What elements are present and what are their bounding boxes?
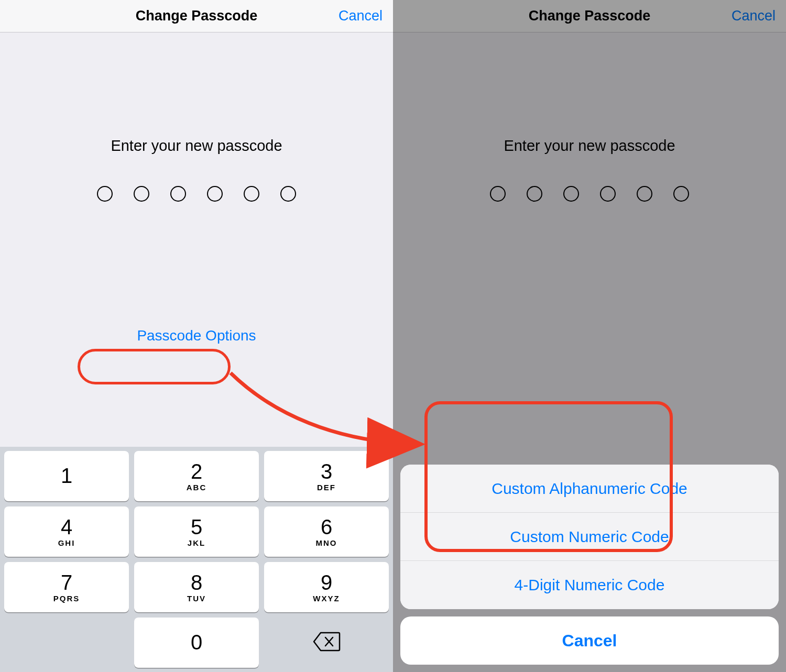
keypad-key-5[interactable]: 5 JKL [134,506,259,557]
key-digit: 1 [61,465,72,486]
keypad-blank [4,618,129,668]
nav-title: Change Passcode [136,8,258,24]
keypad-key-4[interactable]: 4 GHI [4,506,129,557]
key-digit: 2 [191,461,202,482]
key-digit: 9 [321,572,332,593]
passcode-dot [563,186,579,202]
prompt-text: Enter your new passcode [504,137,675,155]
key-letters: JKL [188,538,205,547]
option-custom-numeric[interactable]: Custom Numeric Code [400,513,779,561]
passcode-dot [490,186,506,202]
passcode-dot [244,186,259,202]
key-letters: WXYZ [313,594,340,603]
nav-title: Change Passcode [529,8,651,24]
key-letters: DEF [317,483,336,492]
key-digit: 0 [191,632,202,653]
key-letters: PQRS [53,594,80,603]
passcode-dot [207,186,223,202]
keypad-key-9[interactable]: 9 WXYZ [264,562,389,612]
passcode-dot [97,186,113,202]
keypad-key-0[interactable]: 0 [134,618,259,668]
passcode-dots [490,186,689,202]
backspace-icon [312,631,341,654]
passcode-dot [134,186,149,202]
passcode-dot [673,186,689,202]
keypad-key-2[interactable]: 2 ABC [134,451,259,501]
cancel-button[interactable]: Cancel [339,0,383,32]
passcode-dot [637,186,652,202]
passcode-dot [527,186,542,202]
left-screenshot: Change Passcode Cancel Enter your new pa… [0,0,393,672]
passcode-dot [170,186,186,202]
key-letters: GHI [58,538,75,547]
keypad-key-7[interactable]: 7 PQRS [4,562,129,612]
key-letters: ABC [187,483,207,492]
nav-bar: Change Passcode Cancel [393,0,786,32]
action-sheet-options: Custom Alphanumeric Code Custom Numeric … [400,465,779,609]
key-digit: 7 [61,572,72,593]
nav-bar: Change Passcode Cancel [0,0,393,32]
key-digit: 4 [61,516,72,537]
numeric-keypad: 1 2 ABC 3 DEF 4 GHI 5 JKL 6 MNO [0,447,393,672]
keypad-backspace[interactable] [264,618,389,668]
prompt-area: Enter your new passcode Passcode Options [0,32,393,447]
option-4-digit-numeric[interactable]: 4-Digit Numeric Code [400,561,779,609]
key-digit: 5 [191,516,202,537]
key-digit: 8 [191,572,202,593]
passcode-dots [97,186,296,202]
keypad-key-8[interactable]: 8 TUV [134,562,259,612]
key-letters: MNO [316,538,337,547]
keypad-key-6[interactable]: 6 MNO [264,506,389,557]
key-digit: 3 [321,461,332,482]
passcode-dot [280,186,296,202]
action-sheet-cancel[interactable]: Cancel [400,616,779,665]
option-custom-alphanumeric[interactable]: Custom Alphanumeric Code [400,465,779,513]
passcode-dot [600,186,616,202]
prompt-text: Enter your new passcode [111,137,282,155]
keypad-key-1[interactable]: 1 [4,451,129,501]
key-letters: TUV [187,594,206,603]
action-sheet: Custom Alphanumeric Code Custom Numeric … [400,465,779,665]
right-screenshot: Change Passcode Cancel Enter your new pa… [393,0,786,672]
keypad-key-3[interactable]: 3 DEF [264,451,389,501]
passcode-options-link[interactable]: Passcode Options [137,327,256,344]
cancel-button[interactable]: Cancel [732,0,776,32]
key-digit: 6 [321,516,332,537]
